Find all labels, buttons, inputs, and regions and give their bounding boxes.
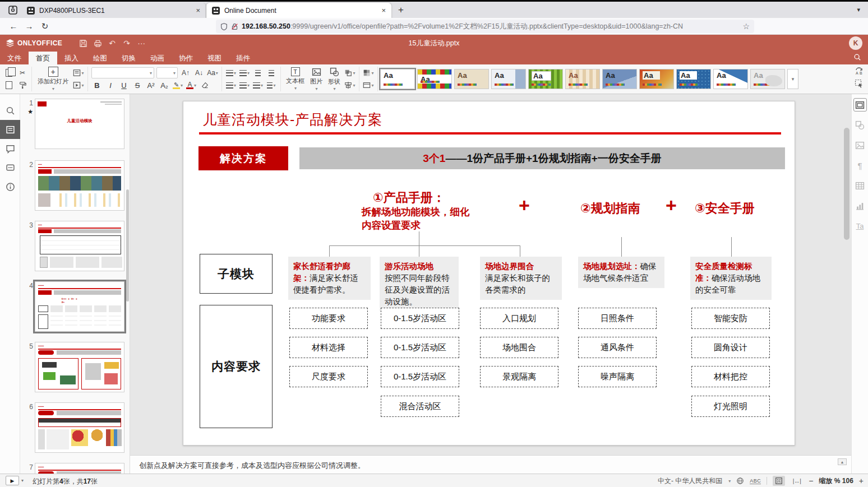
decrease-font-button[interactable]: A↓ [193,67,205,78]
bookmark-star-icon[interactable]: ☆ [742,22,750,31]
new-tab-button[interactable]: + [398,4,404,16]
theme-thumb-7[interactable]: Aa [602,69,637,89]
find-button[interactable] [0,101,20,120]
tab-home[interactable]: 首页 [29,52,57,64]
bullets-button[interactable]: ▾ [225,67,237,78]
italic-button[interactable]: I [105,80,116,91]
chat-button[interactable] [0,158,20,177]
content-requirements-label-box[interactable]: 内容要求 [200,305,273,428]
tab-transitions[interactable]: 切换 [114,52,143,64]
start-slideshow-button[interactable]: ▶ [6,476,19,485]
slide-layout-button[interactable]: ▾ [73,67,84,78]
paragraph-settings-button[interactable]: ¶ [854,159,866,171]
theme-thumb-3[interactable]: Aa [454,69,489,89]
theme-gallery-expand-chevron[interactable]: ▾ [787,69,798,89]
underline-button[interactable]: U [118,80,130,91]
image-settings-button[interactable] [854,139,866,151]
url-field[interactable]: 192.168.50.250:9999/ugreen/v1/office/ope… [216,20,754,33]
print-button[interactable] [90,37,105,49]
tab-draw[interactable]: 绘图 [86,52,114,64]
theme-thumb-8[interactable]: Aa [639,69,674,89]
module-card-3[interactable]: 场地边界围合满足家长和孩子的各类需求的 [480,257,562,300]
section-3-safety-manual[interactable]: ③安全手册 [695,200,767,217]
tab-animation[interactable]: 动画 [143,52,172,64]
slides-panel-button[interactable] [0,120,20,139]
module-card-1[interactable]: 家长舒适看护廊架：满足家长舒适便捷看护需求。 [288,257,371,300]
dashed-item[interactable]: 混合活动区 [381,396,459,417]
tab-file[interactable]: 文件 [0,52,29,64]
slide-thumb-2[interactable]: 2 ▪▪▪▪ [35,160,124,211]
language-chevron-icon[interactable]: ▾ [728,479,731,484]
format-painter-button[interactable] [17,80,28,91]
theme-thumb-9[interactable]: Aa [676,69,711,89]
dashed-item[interactable]: 入口规划 [480,308,558,329]
lock-disabled-icon[interactable] [231,23,238,30]
textart-settings-button[interactable]: Ta [854,220,866,232]
comments-button[interactable] [0,139,20,158]
notes-collapse-button[interactable]: ▲ [838,458,847,465]
user-avatar[interactable]: K [849,36,862,50]
increase-font-button[interactable]: A↑ [180,67,191,78]
tab-collaboration[interactable]: 协作 [172,52,200,64]
module-card-4[interactable]: 场地规划选址：确保场地气候条件适宜 [578,257,664,288]
notes-bar[interactable]: 创新点及解决方案可直接参考，成本及选型内容应根据公司情况调整。 ▲ [130,455,851,474]
zoom-in-button[interactable]: + [859,476,864,485]
theme-thumb-10[interactable]: Aa [713,69,748,89]
numbering-button[interactable]: ▾ [239,67,250,78]
search-icon[interactable] [853,53,861,63]
fit-to-slide-button[interactable] [773,476,785,486]
bold-button[interactable]: B [91,80,103,91]
firefox-view-icon[interactable] [4,3,21,17]
highlight-color-button[interactable]: ✎▾ [172,80,183,91]
slide-size-button[interactable]: ▾ [363,80,374,91]
slide-thumb-1[interactable]: 1 ★ 儿童活动模块 [35,99,124,149]
title-underline-bar[interactable] [199,132,781,134]
select-all-button[interactable] [855,79,864,88]
save-button[interactable] [76,37,90,49]
arrange-shape-button[interactable]: ▾ [344,67,355,78]
tab-insert[interactable]: 插入 [57,52,86,64]
section-1-product-manual[interactable]: ①产品手册： [373,189,445,206]
spellcheck-button[interactable]: ABC [750,478,761,484]
font-size-select[interactable]: ▾ [156,67,178,78]
set-language-globe-icon[interactable] [736,477,744,485]
insert-shape-button[interactable]: 形状▾ [326,67,342,91]
list-all-tabs-chevron-icon[interactable]: ▾ [857,6,860,13]
dashed-item[interactable]: 材料把控 [691,366,770,387]
reload-button[interactable]: ↻ [37,20,53,33]
align-shape-button[interactable]: ▾ [344,80,355,91]
module-card-2[interactable]: 游乐活动场地按照不同年龄段特征及兴趣设置的活动设施。 [380,257,459,312]
tab-plugins[interactable]: 插件 [229,52,257,64]
slide-4-canvas[interactable]: 儿童活动模块-产品解决方案 解决方案 3个1——1份产品手册+1份规划指南+一份… [183,101,795,446]
chart-settings-button[interactable] [854,200,866,212]
insert-columns-button[interactable]: ▾ [266,80,277,91]
browser-tab-2-active[interactable]: Online Document × [206,3,391,18]
shape-settings-button[interactable] [854,119,866,131]
slide-thumb-6[interactable]: 6 ▪▪▪▪▪▪ [35,402,124,453]
about-button[interactable] [0,177,20,196]
clear-style-button[interactable] [199,80,210,91]
slide-title-text[interactable]: 儿童活动模块-产品解决方案 [202,110,382,129]
section-1-desc[interactable]: 拆解场地功能模块，细化内容设置要求 [362,205,472,232]
dashed-item[interactable]: 0-1.5岁活动区 [381,308,459,329]
solution-tag-box[interactable]: 解决方案 [198,146,288,170]
slide-thumb-5[interactable]: 5 ▪▪▪▪▪▪ [35,342,124,392]
line-spacing-button[interactable]: ▾ [252,80,264,91]
slide-thumb-3[interactable]: 3 ▪▪▪▪ [35,221,124,271]
dashed-item[interactable]: 0-1.5岁活动区 [381,337,459,358]
preview-button[interactable]: ▾ [73,80,84,91]
dashed-item[interactable]: 日照条件 [578,308,657,329]
vertical-align-button[interactable]: ▾ [239,80,250,91]
slide-settings-button[interactable] [854,99,866,111]
section-2-planning-guide[interactable]: ②规划指南 [580,200,652,217]
speaker-note-text[interactable]: 创新点及解决方案可直接参考，成本及选型内容应根据公司情况调整。 [139,461,365,471]
dashed-item[interactable]: 景观隔离 [480,366,558,387]
more-actions-button[interactable]: ··· [134,37,149,49]
close-tab-icon[interactable]: × [196,6,200,15]
superscript-button[interactable]: A² [145,80,156,91]
subscript-button[interactable]: A₂ [159,80,170,91]
shield-icon[interactable] [220,23,228,30]
zoom-level-label[interactable]: 缩放 % 106 [819,476,853,486]
tab-view[interactable]: 视图 [200,52,229,64]
slideshow-chevron-icon[interactable]: ▾ [21,478,24,483]
